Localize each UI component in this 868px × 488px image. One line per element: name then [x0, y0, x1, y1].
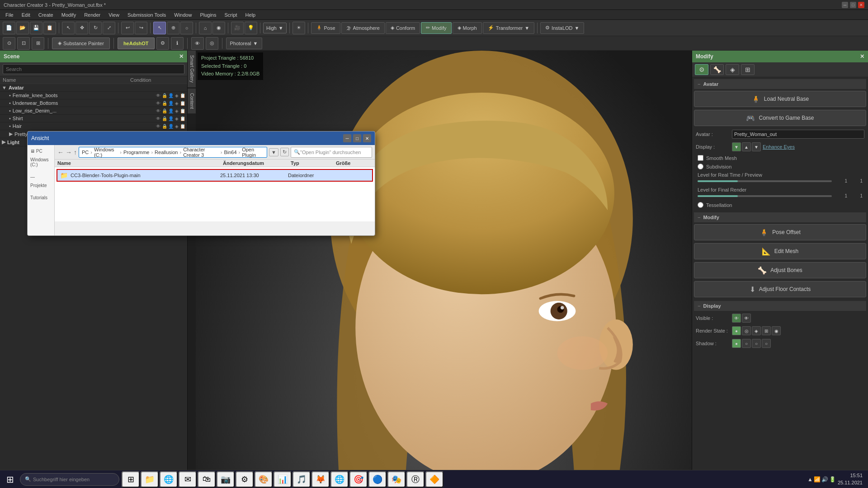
store-btn[interactable]: 🛍	[198, 471, 216, 488]
modify-tab-grid[interactable]: ⊞	[741, 64, 755, 75]
browser-btn[interactable]: 🌐	[160, 471, 178, 488]
modify-tab-bones[interactable]: 🦴	[710, 64, 724, 75]
smart-gallery-tab[interactable]: Smart Gallery	[188, 51, 196, 88]
app6-btn[interactable]: 🎯	[349, 471, 368, 488]
list-item[interactable]: • Underwear_Bottoms 👁 🔒 👤 ◈ 📋	[0, 99, 187, 107]
adjust-floor-contacts-button[interactable]: ⬇ Adjust Floor Contacts	[694, 281, 866, 297]
fd-item-cc3-blender[interactable]: 📁 CC3-Blender-Tools-Plugin-main 25.11.20…	[57, 169, 373, 182]
tb2-btn2[interactable]: ⊡	[17, 37, 30, 50]
level-realtime-track[interactable]	[698, 180, 832, 182]
menu-submission-tools[interactable]: Submission Tools	[124, 11, 170, 19]
tb2-btn3[interactable]: ⊞	[32, 37, 44, 50]
app1-btn[interactable]: 🎨	[255, 471, 273, 488]
morph-btn[interactable]: ◈ Morph	[453, 22, 482, 34]
conform-btn[interactable]: ◈ Conform	[386, 22, 420, 34]
menu-help[interactable]: Help	[242, 11, 259, 19]
camera-btn[interactable]: 🎥	[231, 22, 244, 34]
app4-btn[interactable]: 🦊	[311, 471, 330, 488]
tb2-vis2[interactable]: ◎	[206, 37, 218, 50]
fd-nav-line[interactable]: ―	[28, 173, 54, 181]
modify-tab-settings[interactable]: ⚙	[695, 64, 708, 75]
fd-refresh-btn[interactable]: ↻	[280, 148, 289, 156]
scene-item-avatar-group[interactable]: ▼ Avatar	[0, 84, 187, 92]
shadow-btn-4[interactable]: ○	[762, 339, 771, 348]
explorer-btn[interactable]: 📁	[141, 471, 159, 488]
sun-btn[interactable]: ☀	[292, 22, 305, 34]
list-item[interactable]: • Female_knee_boots 👁 🔒 👤 ◈ 📋	[0, 92, 187, 99]
render-btn-4[interactable]: ⊞	[762, 326, 771, 335]
level-final-track[interactable]	[698, 195, 832, 197]
search-input[interactable]	[3, 64, 184, 74]
headshot-info-btn[interactable]: ℹ	[171, 37, 184, 50]
new-btn[interactable]: 📄	[3, 22, 15, 34]
fd-forward-btn[interactable]: →	[66, 149, 72, 156]
menu-render[interactable]: Render	[80, 11, 104, 19]
adjust-bones-button[interactable]: 🦴 Adjust Bones	[694, 262, 866, 278]
atmosphere-btn[interactable]: 🌫 Atmosphere	[341, 22, 385, 34]
fd-dropdown-btn[interactable]: ▼	[269, 148, 278, 156]
menu-modify[interactable]: Modify	[58, 11, 80, 19]
shadow-btn-2[interactable]: ○	[742, 339, 751, 348]
render-btn-3[interactable]: ◈	[752, 326, 761, 335]
list-item[interactable]: • Hair 👁 🔒 👤 ◈ 📋	[0, 122, 187, 130]
visible-btn-eye[interactable]: 👁	[732, 314, 741, 323]
list-item[interactable]: • Low_rise_Denim_... 👁 🔒 👤 ◈ 📋	[0, 107, 187, 115]
headshot-btn[interactable]: heAdshOT	[118, 38, 155, 49]
app2-btn[interactable]: 📊	[274, 471, 292, 488]
rotate-btn[interactable]: ↻	[89, 22, 102, 34]
content-tab[interactable]: Content	[188, 89, 196, 114]
scale-btn[interactable]: ⤢	[103, 22, 115, 34]
scene-close-icon[interactable]: ✕	[179, 53, 184, 60]
load-neutral-base-button[interactable]: 🧍 Load Neutral Base	[694, 91, 866, 107]
maximize-button[interactable]: □	[850, 2, 856, 8]
avatar-section-header[interactable]: − Avatar	[694, 79, 866, 89]
file-dialog-minimize[interactable]: ─	[343, 134, 351, 142]
save-as-btn[interactable]: 📋	[43, 22, 56, 34]
fd-nav-tutorials[interactable]: Tutorials	[28, 193, 54, 202]
taskbar-search[interactable]: 🔍 Suchbegriff hier eingeben	[20, 473, 119, 486]
smooth-mesh-checkbox[interactable]	[698, 155, 703, 161]
mail-btn[interactable]: ✉	[179, 471, 197, 488]
file-dialog-breadcrumb[interactable]: PC › Windows (C:) › Programme › Reallusi…	[79, 147, 267, 158]
file-dialog-search[interactable]: 🔍 "Open Plugin" durchsuchen	[291, 147, 372, 158]
display-btn-up[interactable]: ▲	[742, 142, 751, 151]
list-item[interactable]: • Shirt 👁 🔒 👤 ◈ 📋	[0, 115, 187, 122]
shadow-btn-1[interactable]: ●	[732, 339, 741, 348]
convert-to-game-base-button[interactable]: 🎮 Convert to Game Base	[694, 110, 866, 126]
avatar-field-input[interactable]	[732, 130, 864, 139]
light-btn[interactable]: 💡	[245, 22, 257, 34]
menu-plugins[interactable]: Plugins	[196, 11, 220, 19]
display-section-header[interactable]: − Display	[694, 301, 866, 311]
render-btn-1[interactable]: ●	[732, 326, 741, 335]
subdivision-radio[interactable]	[698, 164, 703, 169]
redo-btn[interactable]: ↪	[135, 22, 147, 34]
settings-btn[interactable]: ⚙	[236, 471, 254, 488]
app3-btn[interactable]: 🎵	[292, 471, 311, 488]
menu-file[interactable]: File	[2, 11, 17, 19]
fd-back-btn[interactable]: ←	[57, 149, 64, 156]
pose-btn[interactable]: 🧍 Pose	[311, 22, 340, 34]
fd-nav-pc[interactable]: 🖥 PC	[28, 147, 54, 155]
render-btn-2[interactable]: ◎	[742, 326, 751, 335]
visible-btn-other[interactable]: 👁	[742, 314, 751, 323]
menu-script[interactable]: Script	[221, 11, 241, 19]
close-button[interactable]: ✕	[858, 2, 864, 8]
app10-btn[interactable]: 🔶	[425, 471, 443, 488]
undo-btn[interactable]: ↩	[121, 22, 134, 34]
minimize-button[interactable]: ─	[842, 2, 848, 8]
quality-dropdown[interactable]: High ▼	[263, 23, 287, 33]
render-btn-5[interactable]: ◉	[772, 326, 781, 335]
cursor-btn[interactable]: ↖	[153, 22, 166, 34]
fd-nav-windows[interactable]: Windows (C:)	[28, 155, 54, 169]
front-btn[interactable]: ◉	[212, 22, 225, 34]
shadow-btn-3[interactable]: ○	[752, 339, 761, 348]
photos-btn[interactable]: 📷	[217, 471, 235, 488]
tb2-vis1[interactable]: 👁	[191, 37, 204, 50]
substance-painter-btn[interactable]: ◈ Substance Painter	[52, 38, 110, 49]
photoreal-btn[interactable]: Photoreal ▼	[226, 38, 262, 49]
fd-up-btn[interactable]: ↑	[74, 149, 77, 156]
menu-view[interactable]: View	[105, 11, 123, 19]
display-btn-other[interactable]: ▼	[752, 142, 761, 151]
clock[interactable]: 15:51 25.11.2021	[838, 472, 863, 486]
file-dialog-close[interactable]: ✕	[363, 134, 371, 142]
